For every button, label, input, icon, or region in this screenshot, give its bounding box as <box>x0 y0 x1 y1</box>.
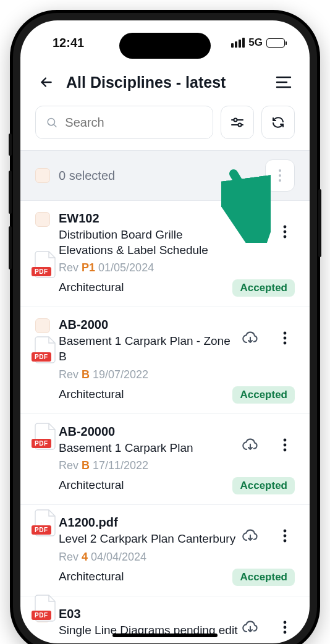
battery-icon: 55 <box>266 38 285 48</box>
svg-point-20 <box>284 631 287 634</box>
cloud-download-icon <box>242 619 259 636</box>
row-more-button[interactable] <box>275 328 295 348</box>
svg-point-9 <box>284 332 287 335</box>
row-more-button[interactable] <box>275 617 295 637</box>
svg-point-14 <box>284 448 287 451</box>
row-checkbox[interactable] <box>35 212 50 227</box>
document-row[interactable]: AB-20000 Basement 1 Carpark Plan Rev B 1… <box>20 414 310 506</box>
download-button[interactable] <box>240 526 260 546</box>
arrow-left-icon <box>38 74 54 90</box>
cloud-download-icon <box>242 223 259 240</box>
row-checkbox[interactable] <box>35 318 50 333</box>
cloud-download-icon <box>242 527 259 544</box>
svg-point-0 <box>48 119 54 125</box>
svg-point-19 <box>284 626 287 629</box>
app-screen: 12:41 5G 55 All Disciplines - l <box>20 20 310 643</box>
svg-point-12 <box>284 438 287 441</box>
dynamic-island <box>119 33 211 59</box>
svg-point-2 <box>238 123 241 126</box>
svg-point-17 <box>284 540 287 543</box>
status-badge: Accepted <box>232 477 295 494</box>
svg-point-1 <box>234 118 237 121</box>
dots-vertical-icon <box>278 169 282 182</box>
refresh-icon <box>271 115 286 130</box>
clock: 12:41 <box>53 36 84 50</box>
svg-point-18 <box>284 621 287 624</box>
document-row[interactable]: AB-2000 Basement 1 Carpark Plan - Zone B… <box>20 307 310 413</box>
dots-vertical-icon <box>283 621 287 634</box>
cellular-signal-icon <box>231 38 245 48</box>
download-button[interactable] <box>240 222 260 242</box>
network-label: 5G <box>248 36 263 49</box>
search-icon <box>46 116 57 129</box>
download-button[interactable] <box>240 617 260 637</box>
back-button[interactable] <box>35 71 57 93</box>
selection-more-button[interactable] <box>265 159 295 192</box>
selection-count: 0 selected <box>59 169 256 183</box>
row-more-button[interactable] <box>275 526 295 546</box>
dots-vertical-icon <box>283 438 287 452</box>
row-more-button[interactable] <box>275 222 295 242</box>
svg-point-3 <box>279 169 281 172</box>
refresh-button[interactable] <box>261 106 295 139</box>
cloud-download-icon <box>242 329 259 347</box>
svg-point-16 <box>284 535 287 538</box>
document-meta: Rev 4 04/04/2024 <box>59 551 295 564</box>
file-type-icon: PDF <box>34 509 57 537</box>
document-meta: Rev B 19/07/2022 <box>59 368 295 381</box>
document-list: EW102 Distribution Board Grille Elevatio… <box>20 201 310 643</box>
home-indicator <box>112 633 218 637</box>
search-input[interactable] <box>65 116 203 130</box>
svg-point-15 <box>284 530 287 533</box>
document-row[interactable]: EW102 Distribution Board Grille Elevatio… <box>20 201 310 307</box>
document-row[interactable]: A1200.pdf Level 2 Carkpark Plan Canterbu… <box>20 505 310 596</box>
svg-point-8 <box>284 235 287 239</box>
cloud-download-icon <box>242 436 259 454</box>
status-badge: Accepted <box>232 386 295 404</box>
download-button[interactable] <box>240 435 260 455</box>
sliders-icon <box>230 115 245 130</box>
app-header: All Disciplines - latest <box>20 65 310 102</box>
status-badge: Accepted <box>232 569 295 586</box>
search-box[interactable] <box>35 106 213 139</box>
row-more-button[interactable] <box>275 435 295 455</box>
svg-point-11 <box>284 342 287 345</box>
selection-bar: 0 selected <box>20 150 310 201</box>
svg-point-10 <box>284 337 287 340</box>
status-badge: Accepted <box>232 279 295 297</box>
filter-button[interactable] <box>221 106 254 139</box>
svg-point-5 <box>279 179 281 182</box>
select-all-checkbox[interactable] <box>35 168 50 183</box>
page-title: All Disciplines - latest <box>66 74 264 91</box>
document-meta: Rev P1 01/05/2024 <box>59 261 295 274</box>
document-meta: Rev B 17/11/2022 <box>59 459 295 472</box>
dots-vertical-icon <box>283 331 287 345</box>
dots-vertical-icon <box>283 529 287 543</box>
document-meta: Rev D 14/06/2024 <box>59 642 295 643</box>
svg-point-13 <box>284 443 287 446</box>
file-type-icon: PDF <box>34 336 57 364</box>
menu-button[interactable] <box>273 71 295 93</box>
file-type-icon: PDF <box>34 422 57 451</box>
menu-icon <box>276 75 292 89</box>
svg-point-6 <box>284 226 287 229</box>
download-button[interactable] <box>240 328 260 348</box>
dots-vertical-icon <box>283 225 287 239</box>
file-type-icon: PDF <box>34 250 57 279</box>
svg-point-7 <box>284 231 287 234</box>
svg-point-4 <box>279 174 281 177</box>
search-row <box>20 102 310 150</box>
file-type-icon: PDF <box>34 594 57 622</box>
